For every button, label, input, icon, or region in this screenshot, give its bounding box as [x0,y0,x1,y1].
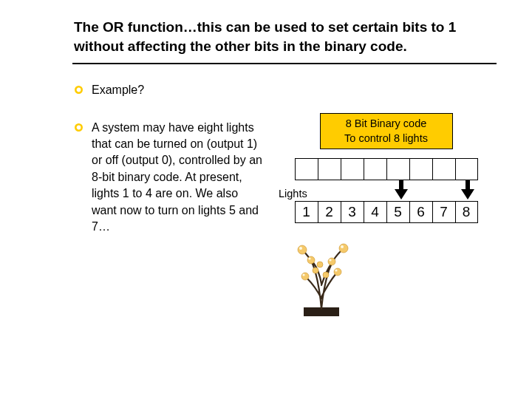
hollow-circle-bullet-icon [74,85,92,101]
caption-line: 8 Bit Binary code [328,117,445,132]
light-cell: 8 [455,201,478,223]
svg-point-7 [298,245,307,254]
bullet-text: A system may have eight lights that can … [92,120,262,236]
bullet-text: Example? [92,82,144,98]
slide-title: The OR function…this can be used to set … [74,18,497,55]
slide: The OR function…this can be used to set … [0,0,532,337]
svg-point-19 [335,270,337,272]
bit-cell [409,158,432,180]
svg-point-10 [334,268,341,276]
content-row: Example? A system may have eight lights … [74,82,497,319]
caption-line: To control 8 lights [328,132,445,146]
svg-point-12 [328,258,335,265]
svg-point-0 [75,87,81,93]
svg-marker-3 [395,189,408,200]
light-cell: 7 [432,201,455,223]
svg-point-8 [339,244,348,253]
svg-marker-5 [461,189,474,200]
decorative-light-tree-icon [283,232,361,319]
svg-point-9 [301,273,309,280]
left-column: Example? A system may have eight lights … [74,82,262,319]
svg-rect-2 [399,180,403,190]
binary-caption-box: 8 Bit Binary code To control 8 lights [320,113,453,149]
svg-point-1 [75,124,81,130]
bullet-item: Example? [74,82,262,98]
svg-point-18 [302,274,304,276]
bit-cell [341,158,364,180]
svg-rect-4 [466,180,470,190]
svg-point-20 [308,258,310,260]
light-cell: 4 [364,201,386,223]
svg-point-11 [307,256,315,264]
svg-point-16 [299,247,302,250]
svg-point-15 [317,262,323,267]
bit-cell [455,158,478,180]
svg-point-21 [329,259,331,262]
bullet-item: A system may have eight lights that can … [74,120,262,236]
binary-code-row [295,158,478,180]
bit-cell [318,158,341,180]
right-column: 8 Bit Binary code To control 8 lights Li… [276,82,497,319]
light-cell: 1 [295,201,318,223]
light-cell: 2 [318,201,341,223]
bit-cell [386,158,409,180]
light-cell: 6 [409,201,432,223]
down-arrow-icon [461,180,474,202]
svg-point-14 [323,272,329,278]
title-underline [72,63,497,64]
svg-point-17 [341,245,344,248]
lights-number-row: 1 2 3 4 5 6 7 8 [295,201,478,223]
svg-point-13 [313,267,318,273]
hollow-circle-bullet-icon [74,123,92,239]
bit-cell [364,158,386,180]
bit-cell [295,158,318,180]
light-cell: 5 [386,201,409,223]
light-cell: 3 [341,201,364,223]
bit-cell [432,158,455,180]
arrow-row [295,180,478,200]
down-arrow-icon [395,180,408,202]
